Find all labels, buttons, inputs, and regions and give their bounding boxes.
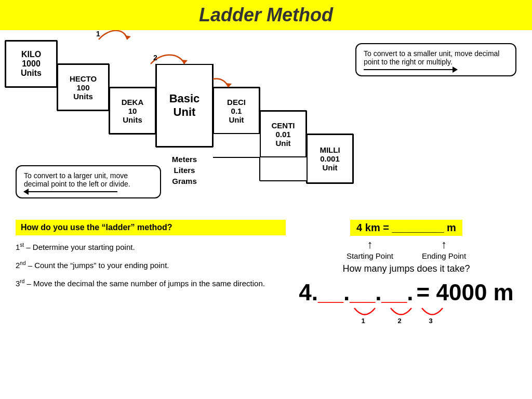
svg-text:2: 2 xyxy=(153,54,157,62)
page-header: Ladder Method xyxy=(0,0,532,30)
ending-point-col: ↑ Ending Point xyxy=(422,238,466,260)
example-row: 4 km = _________ m xyxy=(296,220,516,236)
info-box-smaller-unit: To convert to a smaller unit, move decim… xyxy=(355,43,516,76)
ending-point-label: Ending Point xyxy=(422,251,466,260)
basic-unit-labels: Meters Liters Grams xyxy=(156,154,213,187)
page-title: Ladder Method xyxy=(0,4,532,26)
info-larger-text: To convert to a larger unit, move decima… xyxy=(24,171,130,188)
left-panel: How do you use the “ladder” method? 1st … xyxy=(16,220,286,324)
sp-up-arrow: ↑ xyxy=(347,238,393,251)
big-calc-dot2: . xyxy=(375,280,381,305)
jump-arcs: 1 2 3 xyxy=(339,305,474,324)
main-content: To convert to a smaller unit, move decim… xyxy=(0,30,532,394)
arrow-right-indicator xyxy=(364,69,508,70)
sp-ep-row: ↑ Starting Point ↑ Ending Point xyxy=(296,238,516,260)
box-deka: DEKA 10 Units xyxy=(109,87,156,134)
centi-line2: 0.01 xyxy=(275,130,290,139)
centi-line3: Unit xyxy=(275,139,290,148)
box-kilo: KILO 1000 Units xyxy=(5,41,57,87)
box-basic-unit: Basic Unit xyxy=(156,64,213,147)
basic-label-grams: Grams xyxy=(156,176,213,187)
centi-line1: CENTI xyxy=(272,121,295,130)
deka-line2: 10 xyxy=(128,107,137,115)
info-smaller-text: To convert to a smaller unit, move decim… xyxy=(364,49,499,66)
kilo-line2: 1000 xyxy=(22,59,41,69)
step-2-num: 2nd xyxy=(16,261,25,270)
svg-marker-33 xyxy=(225,83,232,87)
info-box-larger-unit: To convert to a larger unit, move decima… xyxy=(16,165,161,198)
starting-point-col: ↑ Starting Point xyxy=(347,238,393,260)
svg-marker-31 xyxy=(181,60,188,64)
kilo-line1: KILO xyxy=(21,50,41,59)
svg-text:2: 2 xyxy=(397,317,401,324)
svg-text:1: 1 xyxy=(361,317,365,324)
bottom-section: How do you use the “ladder” method? 1st … xyxy=(0,220,532,324)
step-3-num: 3rd xyxy=(16,279,24,288)
left-arrow-line xyxy=(24,191,117,192)
box-deci: DECI 0.1 Unit xyxy=(213,87,260,134)
question-box: How do you use the “ladder” method? xyxy=(16,220,286,235)
hecto-line1: HECTO xyxy=(70,74,97,83)
hecto-line2: 100 xyxy=(76,83,89,92)
big-calc-blank2: __ xyxy=(350,280,375,305)
step-2-sup: nd xyxy=(20,260,25,266)
deka-line1: DEKA xyxy=(122,98,144,107)
svg-text:3: 3 xyxy=(429,317,432,324)
step-1-sup: st xyxy=(20,242,24,248)
big-calc-row: 4. __ . __ . __ . = 4000 m xyxy=(296,280,516,305)
big-calc-dot1: . xyxy=(343,280,350,305)
basic-line1: Basic xyxy=(169,92,200,105)
milli-line3: Unit xyxy=(322,163,337,172)
step-3: 3rd – Move the decimal the same number o… xyxy=(16,278,286,289)
basic-label-liters: Liters xyxy=(156,165,213,176)
svg-marker-29 xyxy=(125,35,131,39)
box-milli: MILLI 0.001 Unit xyxy=(307,134,353,183)
milli-line1: MILLI xyxy=(320,145,340,154)
big-calc-blank1: __ xyxy=(318,280,343,305)
jumps-question: How many jumps does it take? xyxy=(296,263,516,274)
big-calc-blank3: __ xyxy=(381,280,407,305)
deci-line3: Unit xyxy=(229,115,244,124)
arrow-left-indicator xyxy=(24,191,153,192)
right-panel: 4 km = _________ m ↑ Starting Point ↑ En… xyxy=(296,220,516,324)
kilo-line3: Units xyxy=(21,69,42,78)
hecto-line3: Units xyxy=(73,92,93,101)
step-1-num: 1st xyxy=(16,243,24,251)
step-2-text: – Count the “jumps” to your ending point… xyxy=(28,261,169,270)
ep-up-arrow: ↑ xyxy=(422,238,466,251)
example-equation: 4 km = _________ m xyxy=(350,220,462,236)
step-1: 1st – Determine your starting point. xyxy=(16,242,286,252)
step-3-sup: rd xyxy=(20,278,24,284)
step-3-text: – Move the decimal the same number of ju… xyxy=(26,279,265,288)
big-calc-dot3: . xyxy=(407,280,413,305)
starting-point-label: Starting Point xyxy=(347,251,393,260)
box-hecto: HECTO 100 Units xyxy=(57,64,109,111)
deci-line1: DECI xyxy=(227,98,246,107)
question-text: How do you use the “ladder” method? xyxy=(21,223,172,232)
basic-label-meters: Meters xyxy=(156,154,213,165)
right-arrow-line xyxy=(364,69,457,70)
step-2: 2nd – Count the “jumps” to your ending p… xyxy=(16,260,286,271)
svg-text:1: 1 xyxy=(96,30,100,38)
deci-line2: 0.1 xyxy=(231,107,242,115)
basic-line2: Unit xyxy=(174,105,196,119)
step-1-text: – Determine your starting point. xyxy=(26,243,135,251)
big-calc-prefix: 4. xyxy=(299,280,318,305)
milli-line2: 0.001 xyxy=(320,154,340,163)
big-calc-result: = 4000 m xyxy=(417,280,514,305)
jump-arc-svg: 1 2 3 xyxy=(339,305,474,324)
deka-line3: Units xyxy=(123,115,142,124)
box-centi: CENTI 0.01 Unit xyxy=(260,111,307,157)
